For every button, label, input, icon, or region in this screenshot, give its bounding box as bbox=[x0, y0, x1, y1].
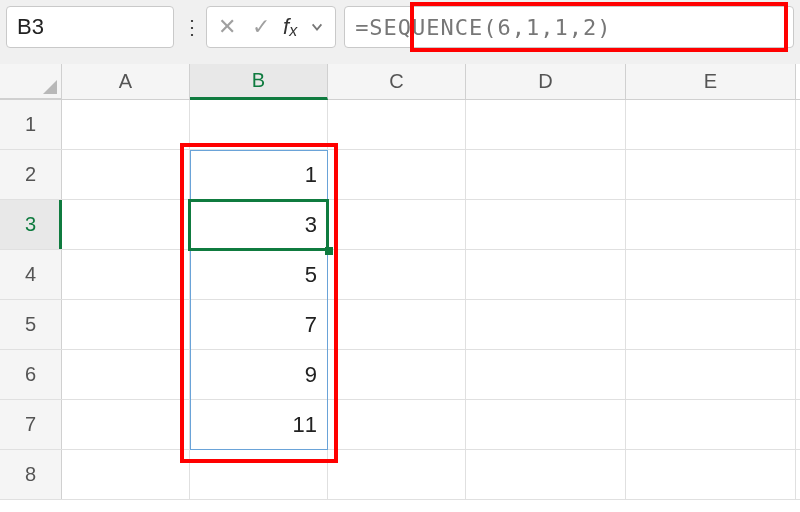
cell-E3[interactable] bbox=[626, 200, 796, 249]
col-header-C[interactable]: C bbox=[328, 64, 466, 99]
cell-E8[interactable] bbox=[626, 450, 796, 499]
col-header-A[interactable]: A bbox=[62, 64, 190, 99]
spreadsheet-grid: A B C D E 1 2 1 3 3 bbox=[0, 64, 800, 512]
cell-D1[interactable] bbox=[466, 100, 626, 149]
cell-B8[interactable] bbox=[190, 450, 328, 499]
cell-B4[interactable]: 5 bbox=[190, 250, 328, 299]
cell-D3[interactable] bbox=[466, 200, 626, 249]
row-header-5[interactable]: 5 bbox=[0, 300, 62, 349]
cell-E1[interactable] bbox=[626, 100, 796, 149]
cell-E4[interactable] bbox=[626, 250, 796, 299]
cell-C6[interactable] bbox=[328, 350, 466, 399]
cell-C1[interactable] bbox=[328, 100, 466, 149]
confirm-icon[interactable]: ✓ bbox=[249, 14, 273, 40]
table-row: 5 7 bbox=[0, 300, 800, 350]
table-row: 7 11 bbox=[0, 400, 800, 450]
row-header-2[interactable]: 2 bbox=[0, 150, 62, 199]
name-box-wrapper[interactable] bbox=[6, 6, 174, 48]
row-header-8[interactable]: 8 bbox=[0, 450, 62, 499]
cell-B5[interactable]: 7 bbox=[190, 300, 328, 349]
cell-D6[interactable] bbox=[466, 350, 626, 399]
kebab-menu-icon[interactable]: ⋮ bbox=[182, 17, 198, 37]
cell-A4[interactable] bbox=[62, 250, 190, 299]
cell-C4[interactable] bbox=[328, 250, 466, 299]
table-row: 1 bbox=[0, 100, 800, 150]
col-header-D[interactable]: D bbox=[466, 64, 626, 99]
formula-toolbar: ✕ ✓ fx bbox=[206, 6, 336, 48]
col-header-E[interactable]: E bbox=[626, 64, 796, 99]
cell-A7[interactable] bbox=[62, 400, 190, 449]
table-row: 8 bbox=[0, 450, 800, 500]
formula-bar-row: ⋮ ✕ ✓ fx =SEQUENCE(6,1,1,2) bbox=[0, 0, 800, 54]
cell-C8[interactable] bbox=[328, 450, 466, 499]
row-header-7[interactable]: 7 bbox=[0, 400, 62, 449]
fill-handle[interactable] bbox=[325, 247, 333, 255]
col-header-B[interactable]: B bbox=[190, 64, 328, 100]
fx-chevron-down-icon[interactable] bbox=[307, 17, 327, 37]
cell-B2[interactable]: 1 bbox=[190, 150, 328, 199]
cell-E6[interactable] bbox=[626, 350, 796, 399]
row-header-3[interactable]: 3 bbox=[0, 200, 62, 249]
cell-A5[interactable] bbox=[62, 300, 190, 349]
column-headers: A B C D E bbox=[0, 64, 800, 100]
cell-B3[interactable]: 3 bbox=[190, 200, 328, 249]
row-header-6[interactable]: 6 bbox=[0, 350, 62, 399]
formula-text: =SEQUENCE(6,1,1,2) bbox=[355, 15, 611, 40]
cell-A6[interactable] bbox=[62, 350, 190, 399]
cell-D5[interactable] bbox=[466, 300, 626, 349]
table-row: 3 3 bbox=[0, 200, 800, 250]
cell-A8[interactable] bbox=[62, 450, 190, 499]
cell-E7[interactable] bbox=[626, 400, 796, 449]
cell-A2[interactable] bbox=[62, 150, 190, 199]
cell-C2[interactable] bbox=[328, 150, 466, 199]
cell-D8[interactable] bbox=[466, 450, 626, 499]
select-all-corner[interactable] bbox=[0, 64, 62, 99]
cell-D4[interactable] bbox=[466, 250, 626, 299]
cell-C5[interactable] bbox=[328, 300, 466, 349]
formula-input[interactable]: =SEQUENCE(6,1,1,2) bbox=[344, 6, 794, 48]
fx-icon[interactable]: fx bbox=[283, 14, 297, 40]
cell-E5[interactable] bbox=[626, 300, 796, 349]
cell-B1[interactable] bbox=[190, 100, 328, 149]
row-header-4[interactable]: 4 bbox=[0, 250, 62, 299]
rows-container: 1 2 1 3 3 4 5 bbox=[0, 100, 800, 512]
cell-C3[interactable] bbox=[328, 200, 466, 249]
cell-D7[interactable] bbox=[466, 400, 626, 449]
cell-C7[interactable] bbox=[328, 400, 466, 449]
table-row: 4 5 bbox=[0, 250, 800, 300]
row-header-1[interactable]: 1 bbox=[0, 100, 62, 149]
cell-B6[interactable]: 9 bbox=[190, 350, 328, 399]
table-row: 6 9 bbox=[0, 350, 800, 400]
cell-E2[interactable] bbox=[626, 150, 796, 199]
cancel-icon[interactable]: ✕ bbox=[215, 14, 239, 40]
cell-A3[interactable] bbox=[62, 200, 190, 249]
cell-B7[interactable]: 11 bbox=[190, 400, 328, 449]
cell-D2[interactable] bbox=[466, 150, 626, 199]
table-row: 2 1 bbox=[0, 150, 800, 200]
cell-A1[interactable] bbox=[62, 100, 190, 149]
